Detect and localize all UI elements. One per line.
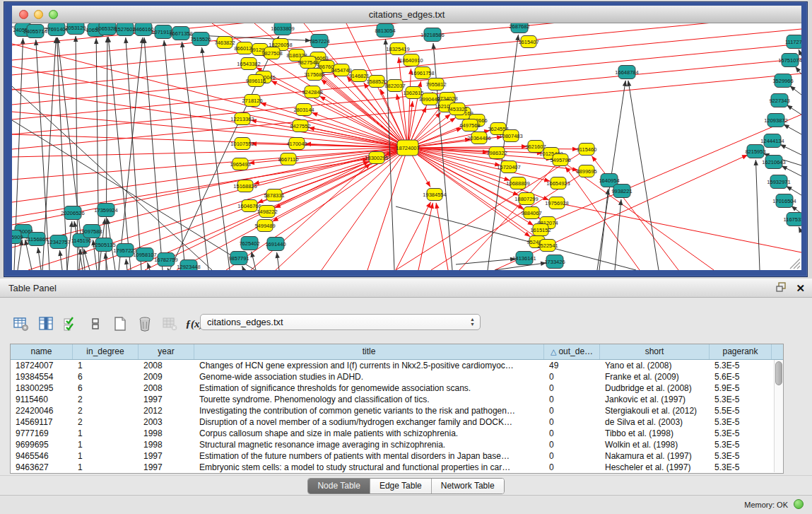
table-settings-icon[interactable] xyxy=(13,315,30,332)
table-cell: 2 xyxy=(73,416,139,428)
graph-node-label: 8822037 xyxy=(384,83,405,89)
table-row[interactable]: 1872400712008Changes of HCN gene express… xyxy=(11,360,783,371)
graph-node-label: 9857791 xyxy=(228,255,249,262)
graph-node-label: 8427552 xyxy=(290,123,310,129)
graph-node-label: 9242848 xyxy=(302,89,322,95)
table-cell: 1997 xyxy=(139,462,194,473)
table-cell: 5.3E-5 xyxy=(710,394,772,405)
table-row[interactable]: 1938455462009Genome-wide association stu… xyxy=(11,371,783,382)
graph-node-label: 4170043 xyxy=(286,141,307,147)
network-window-titlebar[interactable]: citations_edges.txt xyxy=(12,6,801,23)
table-cell: 19384554 xyxy=(11,371,73,382)
column-header-title[interactable]: title xyxy=(194,344,544,359)
table-cell: Dudbridge et al. (2008) xyxy=(600,382,710,394)
network-view-window: citations_edges.txt 24055742405571427691… xyxy=(12,6,801,270)
graph-node-label: 9827548 xyxy=(298,59,318,66)
table-cell: Disruption of a novel member of a sodium… xyxy=(194,416,544,428)
new-table-icon[interactable] xyxy=(112,315,129,332)
table-cell: 9115460 xyxy=(11,394,73,405)
graph-node-label: 1498222 xyxy=(257,209,277,215)
graph-node-label: 7515526 xyxy=(190,36,211,42)
network-canvas-holder[interactable]: 2405574240557142769140620531291065328106… xyxy=(12,23,801,270)
graph-node-label: 8899695 xyxy=(576,168,596,175)
column-chooser-icon[interactable] xyxy=(37,315,54,332)
table-cell: Wolkin et al. (1998) xyxy=(600,439,710,450)
table-row[interactable]: 969969511998Structural magnetic resonanc… xyxy=(11,439,783,450)
tab-network-table[interactable]: Network Table xyxy=(432,479,504,493)
graph-node-label: 12213363 xyxy=(230,116,254,122)
network-view-frame: citations_edges.txt 24055742405571427691… xyxy=(4,1,808,277)
tab-edge-table[interactable]: Edge Table xyxy=(370,479,432,493)
column-header-pagerank[interactable]: pagerank xyxy=(710,344,772,359)
table-row[interactable]: 946554611997Estimation of the future num… xyxy=(11,450,783,462)
table-row[interactable]: 1830029562008Estimation of significance … xyxy=(11,382,783,394)
table-cell: 9463627 xyxy=(11,462,73,473)
graph-node-label: 10958107 xyxy=(133,252,156,258)
graph-node-label: 19218586 xyxy=(420,32,444,38)
graph-node-label: 7986322 xyxy=(486,150,507,156)
scrollbar-thumb[interactable] xyxy=(775,361,782,385)
table-row[interactable]: 2242004622012Investigating the contribut… xyxy=(11,405,783,416)
graph-node-label: 18640910 xyxy=(399,57,423,64)
table-cell: Changes of HCN gene expression and I(f) … xyxy=(194,360,544,371)
table-cell: 2 xyxy=(73,405,139,416)
graph-node-label: 1362615 xyxy=(403,90,423,96)
memory-ok-icon[interactable] xyxy=(794,499,804,509)
select-rows-icon[interactable] xyxy=(62,315,79,332)
table-selector-value: citations_edges.txt xyxy=(207,317,283,327)
column-header-short[interactable]: short xyxy=(600,344,710,359)
column-header-out_de[interactable]: △out_de… xyxy=(544,344,600,359)
table-row[interactable]: 946362711997Embryonic stem cells: a mode… xyxy=(11,462,783,473)
close-panel-icon[interactable]: ✕ xyxy=(796,282,805,295)
column-header-name[interactable]: name xyxy=(11,344,73,359)
tab-node-table[interactable]: Node Table xyxy=(308,479,370,493)
table-selector-dropdown[interactable]: citations_edges.txt ▲▼ xyxy=(200,314,481,330)
vertical-scrollbar[interactable] xyxy=(774,360,783,472)
table-cell: 5.3E-5 xyxy=(710,428,772,439)
graph-node-label: 18325419 xyxy=(386,46,409,52)
table-cell: 6 xyxy=(73,371,139,382)
graph-node-label: 15168825 xyxy=(233,183,257,189)
network-canvas[interactable]: 2405574240557142769140620531291065328106… xyxy=(12,23,801,270)
graph-node-label: 12505135 xyxy=(92,242,115,248)
status-bar: Memory: OK xyxy=(0,495,812,514)
graph-node-label: 2053129 xyxy=(65,25,86,31)
graph-node-label: 12444134 xyxy=(760,138,784,144)
graph-node-label: 15720407 xyxy=(497,164,520,170)
graph-node-label: 8667110 xyxy=(278,156,299,163)
rows-icon[interactable] xyxy=(87,315,104,332)
graph-node-label: 15751074 xyxy=(778,57,801,64)
table-cell: 1998 xyxy=(139,428,194,439)
graph-node-label: 12093872 xyxy=(764,117,787,124)
table-row[interactable]: 977716911998Corpus callosum shape and si… xyxy=(11,428,783,439)
table-cell: 18300295 xyxy=(11,382,73,394)
table-cell: 14569117 xyxy=(11,416,73,428)
table-cell: 2003 xyxy=(139,416,194,428)
table-cell: 0 xyxy=(544,450,600,462)
table-cell: 1998 xyxy=(139,439,194,450)
table-cell: Tourette syndrome. Phenomenology and cla… xyxy=(194,394,544,405)
graph-node-label: 1588520 xyxy=(366,78,387,85)
column-header-year[interactable]: year xyxy=(139,344,194,359)
graph-node-label: 1615407 xyxy=(518,39,539,45)
graph-node-label: 10107552 xyxy=(230,141,254,147)
graph-node-label: 3175685 xyxy=(304,71,324,78)
graph-node-label: 7625402 xyxy=(239,240,259,247)
graph-node-label: 9884067 xyxy=(521,210,541,216)
graph-node-label: 16671358 xyxy=(169,30,192,37)
graph-node-label: 9097588 xyxy=(81,228,102,235)
table-row[interactable]: 1456911722003Disruption of a novel membe… xyxy=(11,416,783,428)
table-cell: Embryonic stem cells: a model to study s… xyxy=(194,462,544,473)
table-panel-title: Table Panel xyxy=(8,283,57,293)
delete-rows-icon[interactable] xyxy=(136,315,153,332)
graph-node-label: 17359924 xyxy=(94,207,117,214)
table-cell: Corpus callosum shape and size in male p… xyxy=(194,428,544,439)
resize-grip-icon xyxy=(797,266,800,269)
delete-table-icon[interactable] xyxy=(161,315,178,332)
float-panel-icon[interactable] xyxy=(775,281,787,296)
graph-node-label: 8466160 xyxy=(133,26,153,33)
graph-node-label: 19756928 xyxy=(545,200,568,206)
table-row[interactable]: 911546021997Tourette syndrome. Phenomeno… xyxy=(11,394,783,405)
table-toolbar: ƒ(x) citations_edges.txt ▲▼ xyxy=(0,298,812,341)
column-header-in_degree[interactable]: in_degree xyxy=(73,344,139,359)
